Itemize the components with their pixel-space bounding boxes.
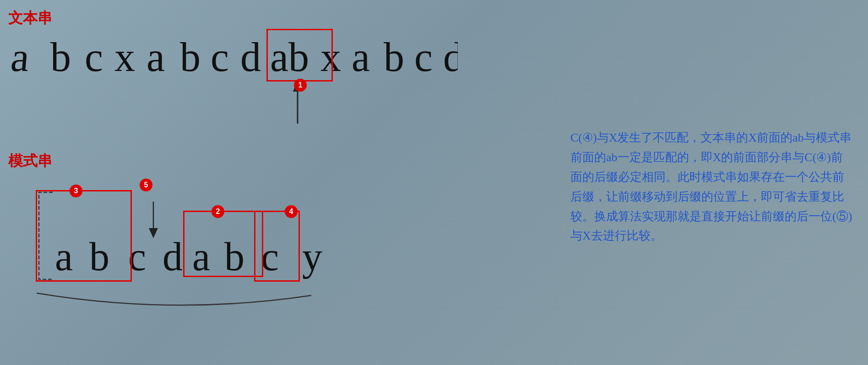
- handwriting-svg: a b c x a b c d ab x a b c d a b c d a b…: [0, 0, 458, 365]
- badge-2: 2: [212, 205, 224, 218]
- svg-marker-26: [149, 228, 158, 238]
- badge-3: 3: [70, 185, 82, 197]
- svg-text:a: a: [9, 34, 32, 80]
- svg-text:c: c: [211, 34, 229, 80]
- svg-text:y: y: [302, 234, 322, 279]
- box-text-ab: [266, 29, 333, 82]
- badge-4: 4: [285, 205, 298, 218]
- svg-text:d: d: [443, 34, 458, 80]
- svg-text:b: b: [50, 34, 71, 80]
- badge-1: 1: [294, 79, 307, 92]
- svg-text:a: a: [146, 34, 165, 80]
- svg-text:b: b: [180, 34, 201, 80]
- svg-text:d: d: [163, 234, 183, 279]
- svg-text:a: a: [352, 34, 370, 80]
- svg-text:c: c: [414, 34, 433, 80]
- svg-text:c: c: [85, 34, 103, 80]
- badge-5: 5: [140, 179, 152, 191]
- box-pattern-ab-mid: [183, 211, 263, 277]
- box-pattern-c: [254, 211, 300, 282]
- box-pattern-ab-left: [36, 190, 132, 282]
- svg-text:b: b: [384, 34, 404, 80]
- svg-text:d: d: [240, 34, 261, 80]
- explanation-text: C(④)与X发生了不匹配，文本串的X前面的ab与模式串前面的ab一定是匹配的，即…: [570, 128, 854, 246]
- svg-text:x: x: [114, 34, 135, 80]
